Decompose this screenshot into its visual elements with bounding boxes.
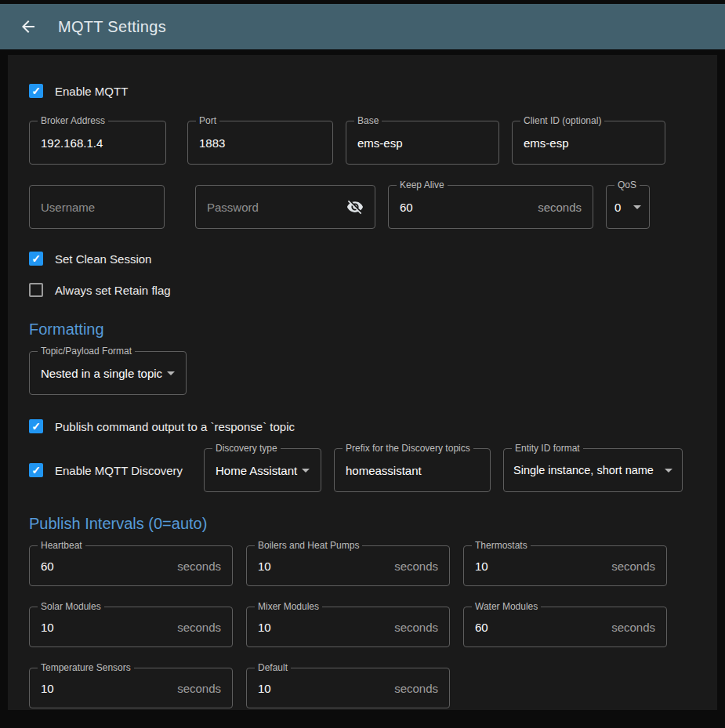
publish-response-row[interactable]: ✓ Publish command output to a `response`… xyxy=(29,417,696,436)
entity-id-format-label: Entity ID format xyxy=(512,443,583,454)
mqtt-settings-card: ✓ Enable MQTT Broker Address Port Base C… xyxy=(8,55,717,710)
interval-input[interactable] xyxy=(41,682,169,695)
page-title: MQTT Settings xyxy=(58,18,166,36)
mqtt-discovery-checkbox[interactable]: ✓ xyxy=(29,463,43,477)
publish-response-label: Publish command output to a `response` t… xyxy=(55,420,295,433)
check-icon: ✓ xyxy=(31,465,41,476)
clean-session-row[interactable]: ✓ Set Clean Session xyxy=(29,249,696,268)
enable-mqtt-row[interactable]: ✓ Enable MQTT xyxy=(29,81,696,100)
interval-field-default[interactable]: Default seconds xyxy=(246,668,450,708)
interval-input[interactable] xyxy=(475,560,604,573)
topic-format-value: Nested in a single topic xyxy=(41,367,162,380)
arrow-left-icon xyxy=(19,17,38,36)
check-icon: ✓ xyxy=(31,253,41,264)
discovery-prefix-field[interactable]: Prefix for the Discovery topics xyxy=(334,448,491,492)
interval-field-boilers-heat-pumps[interactable]: Boilers and Heat Pumps seconds xyxy=(246,545,450,586)
interval-input[interactable] xyxy=(258,682,386,695)
toggle-password-visibility-button[interactable] xyxy=(346,198,364,216)
retain-flag-label: Always set Retain flag xyxy=(55,284,171,297)
entity-id-format-select[interactable]: Entity ID format Single instance, short … xyxy=(503,448,683,492)
interval-unit: seconds xyxy=(177,560,221,573)
interval-unit: seconds xyxy=(394,560,438,573)
username-field[interactable] xyxy=(29,185,165,229)
qos-select[interactable]: QoS 0 xyxy=(606,185,650,229)
interval-unit: seconds xyxy=(394,682,438,695)
retain-flag-row[interactable]: ✓ Always set Retain flag xyxy=(29,281,696,299)
interval-field-heartbeat[interactable]: Heartbeat seconds xyxy=(29,545,233,586)
check-icon: ✓ xyxy=(31,85,41,96)
publish-response-checkbox[interactable]: ✓ xyxy=(29,419,43,433)
interval-input[interactable] xyxy=(258,560,386,573)
broker-address-label: Broker Address xyxy=(38,115,108,126)
discovery-prefix-input[interactable] xyxy=(346,464,479,477)
topic-format-select[interactable]: Topic/Payload Format Nested in a single … xyxy=(29,351,187,395)
enable-mqtt-label: Enable MQTT xyxy=(55,85,128,98)
qos-value: 0 xyxy=(614,201,621,214)
discovery-type-label: Discovery type xyxy=(212,443,281,454)
check-icon: ✓ xyxy=(31,421,41,432)
interval-field-mixer-modules[interactable]: Mixer Modules seconds xyxy=(246,607,450,647)
password-field[interactable] xyxy=(195,185,375,229)
caret-down-icon xyxy=(302,469,310,473)
port-label: Port xyxy=(196,115,219,126)
keep-alive-unit: seconds xyxy=(538,201,582,214)
enable-mqtt-checkbox[interactable]: ✓ xyxy=(29,84,43,98)
client-id-field[interactable]: Client ID (optional) xyxy=(512,121,665,165)
formatting-heading: Formatting xyxy=(29,318,696,340)
interval-label: Water Modules xyxy=(472,601,541,612)
interval-label: Thermostats xyxy=(472,540,531,551)
interval-input[interactable] xyxy=(41,621,169,634)
interval-field-temperature-sensors[interactable]: Temperature Sensors seconds xyxy=(29,668,233,708)
discovery-row: ✓ Enable MQTT Discovery Discovery type H… xyxy=(29,448,696,492)
interval-label: Mixer Modules xyxy=(255,601,322,612)
mqtt-discovery-label: Enable MQTT Discovery xyxy=(55,464,183,477)
interval-label: Temperature Sensors xyxy=(38,662,134,673)
interval-field-water-modules[interactable]: Water Modules seconds xyxy=(463,607,667,647)
port-field[interactable]: Port xyxy=(187,121,333,165)
caret-down-icon xyxy=(633,205,641,209)
keep-alive-label: Keep Alive xyxy=(397,179,448,190)
publish-intervals-heading: Publish Intervals (0=auto) xyxy=(29,512,696,534)
retain-flag-checkbox[interactable]: ✓ xyxy=(29,283,43,297)
broker-address-input[interactable] xyxy=(41,136,154,150)
connection-row-2: Keep Alive seconds QoS 0 xyxy=(29,185,696,229)
interval-label: Default xyxy=(255,662,291,673)
app-bar: MQTT Settings xyxy=(0,4,725,49)
clean-session-checkbox[interactable]: ✓ xyxy=(29,252,43,266)
back-button[interactable] xyxy=(16,14,41,39)
client-id-input[interactable] xyxy=(524,136,654,150)
interval-unit: seconds xyxy=(177,621,221,634)
interval-field-thermostats[interactable]: Thermostats seconds xyxy=(463,545,667,586)
topic-format-row: Topic/Payload Format Nested in a single … xyxy=(29,351,696,395)
topic-format-label: Topic/Payload Format xyxy=(38,346,135,357)
interval-unit: seconds xyxy=(394,621,438,634)
broker-address-field[interactable]: Broker Address xyxy=(29,121,166,165)
interval-label: Boilers and Heat Pumps xyxy=(255,540,362,551)
interval-input[interactable] xyxy=(475,621,604,634)
base-label: Base xyxy=(354,115,382,126)
entity-id-format-value: Single instance, short name xyxy=(513,464,654,476)
interval-input[interactable] xyxy=(258,621,386,634)
interval-unit: seconds xyxy=(611,621,655,634)
keep-alive-input[interactable] xyxy=(400,201,530,214)
interval-unit: seconds xyxy=(177,682,221,695)
mqtt-discovery-row[interactable]: ✓ Enable MQTT Discovery xyxy=(29,461,191,480)
username-input[interactable] xyxy=(41,201,153,214)
port-input[interactable] xyxy=(199,136,321,150)
discovery-type-select[interactable]: Discovery type Home Assistant xyxy=(204,448,321,492)
base-field[interactable]: Base xyxy=(346,121,499,165)
base-input[interactable] xyxy=(357,136,488,150)
discovery-prefix-label: Prefix for the Discovery topics xyxy=(343,443,473,454)
discovery-type-value: Home Assistant xyxy=(216,464,297,477)
qos-label: QoS xyxy=(614,179,640,190)
publish-intervals-grid: Heartbeat seconds Boilers and Heat Pumps… xyxy=(29,545,696,708)
password-input[interactable] xyxy=(207,201,346,214)
visibility-off-icon xyxy=(346,198,364,216)
keep-alive-field[interactable]: Keep Alive seconds xyxy=(388,185,593,229)
interval-label: Solar Modules xyxy=(38,601,104,612)
caret-down-icon xyxy=(665,469,672,473)
caret-down-icon xyxy=(167,371,175,375)
interval-field-solar-modules[interactable]: Solar Modules seconds xyxy=(29,607,233,647)
interval-input[interactable] xyxy=(41,560,169,573)
client-id-label: Client ID (optional) xyxy=(520,115,604,126)
